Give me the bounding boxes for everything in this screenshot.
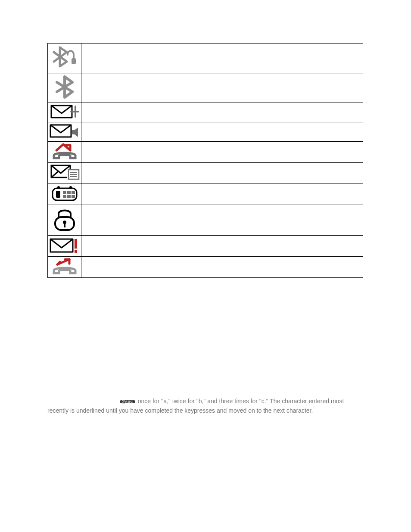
table-row: Bluetooth Audio connected – connected to… (48, 44, 363, 74)
intro-paragraph: In various places on your device you wil… (47, 334, 364, 362)
icon-description: New SMS/MMS – a new text or multimedia m… (81, 103, 363, 122)
bluetooth-headset-icon (51, 44, 78, 69)
icon-cell (48, 142, 81, 163)
svg-rect-23 (75, 239, 77, 249)
keypad-letters: ABC (125, 400, 133, 404)
description-text: New SMS/MMS – a new text or multimedia m… (83, 104, 361, 111)
table-row: Key Lock Enabled – the standby screen is… (48, 205, 363, 236)
svg-rect-13 (63, 191, 66, 194)
svg-rect-18 (72, 195, 75, 198)
multipress-paragraph: In Multipress mode, you enter a characte… (47, 378, 364, 416)
svg-rect-24 (75, 250, 77, 253)
document-page: Bluetooth Audio connected – connected to… (0, 0, 411, 532)
svg-point-11 (69, 186, 72, 189)
icon-description: Bluetooth connected – Bluetooth is turne… (81, 74, 363, 103)
svg-rect-21 (64, 222, 65, 227)
description-text: Draft Message Saved – indicates a draft … (83, 164, 361, 171)
icon-description: Missed Call – an incoming call was misse… (81, 142, 363, 163)
svg-rect-17 (67, 195, 71, 198)
lock-icon (53, 206, 77, 232)
description-text: Missed Call – an incoming call was misse… (83, 143, 361, 149)
icon-description: Bluetooth Audio connected – connected to… (81, 44, 363, 74)
svg-rect-16 (63, 195, 66, 198)
missed-call-icon (51, 143, 78, 160)
icon-cell (48, 74, 81, 103)
icon-cell (48, 257, 81, 278)
description-text: Missed Appointment – a calendar appointm… (83, 185, 361, 192)
description-text: New VVM – a new Visual Voice Mail has ar… (83, 123, 361, 130)
svg-point-10 (57, 186, 60, 189)
table-row: Bluetooth connected – Bluetooth is turne… (48, 74, 363, 103)
table-row: Missed Call – an incoming call was misse… (48, 142, 363, 163)
icon-description: New VVM – a new Visual Voice Mail has ar… (81, 122, 363, 142)
envelope-speaker-icon (50, 123, 80, 139)
icon-description: Sending Event Failed – indicates a call … (81, 257, 363, 278)
svg-rect-0 (72, 58, 76, 64)
table-row: Sending Event Failed – indicates a call … (48, 257, 363, 278)
description-text: Bluetooth Audio connected – connected to… (83, 44, 361, 51)
description-text: Key Lock Enabled – the standby screen is… (83, 206, 361, 213)
table-row: Missed Appointment – a calendar appointm… (48, 184, 363, 205)
description-text: Inbox Message Full – your SMS / MMS Inbo… (83, 236, 361, 243)
icon-cell (48, 236, 81, 257)
table-row: Draft Message Saved – indicates a draft … (48, 163, 363, 184)
icon-cell (48, 205, 81, 236)
icon-cell (48, 163, 81, 184)
outgoing-call-icon (51, 258, 78, 275)
text-basics-section: Text basics Entering text (47, 295, 364, 326)
icon-cell (48, 44, 81, 74)
svg-rect-15 (72, 191, 75, 194)
table-row: New SMS/MMS – a new text or multimedia m… (48, 103, 363, 122)
icon-cell (48, 103, 81, 122)
description-text: Sending Event Failed – indicates a call … (83, 258, 361, 264)
icon-cell (48, 122, 81, 142)
envelope-list-icon (50, 164, 81, 181)
calendar-appointment-icon (51, 185, 78, 202)
table-row: New VVM – a new Visual Voice Mail has ar… (48, 122, 363, 142)
icon-description: Key Lock Enabled – the standby screen is… (81, 205, 363, 236)
envelope-alert-icon (50, 236, 80, 254)
description-text: Bluetooth connected – Bluetooth is turne… (83, 75, 361, 82)
keypad-number: 2 (122, 399, 125, 405)
section-subheading: Entering text (47, 314, 364, 326)
icon-description: Missed Appointment – a calendar appointm… (81, 184, 363, 205)
icon-description: Inbox Message Full – your SMS / MMS Inbo… (81, 236, 363, 257)
section-heading: Text basics (47, 295, 364, 311)
icon-description: Draft Message Saved – indicates a draft … (81, 163, 363, 184)
bluetooth-icon (53, 75, 76, 99)
section-body: In various places on your device you wil… (47, 334, 364, 416)
envelope-plus-icon (50, 104, 79, 119)
icon-cell (48, 184, 81, 205)
svg-rect-14 (67, 191, 71, 194)
svg-rect-12 (56, 191, 60, 198)
keypad-2-abc-icon: 2ABC (120, 400, 135, 403)
multipress-heading: Multipress text input mode (47, 366, 124, 373)
table-row: Inbox Message Full – your SMS / MMS Inbo… (48, 236, 363, 257)
status-icons-table: Bluetooth Audio connected – connected to… (47, 43, 363, 278)
